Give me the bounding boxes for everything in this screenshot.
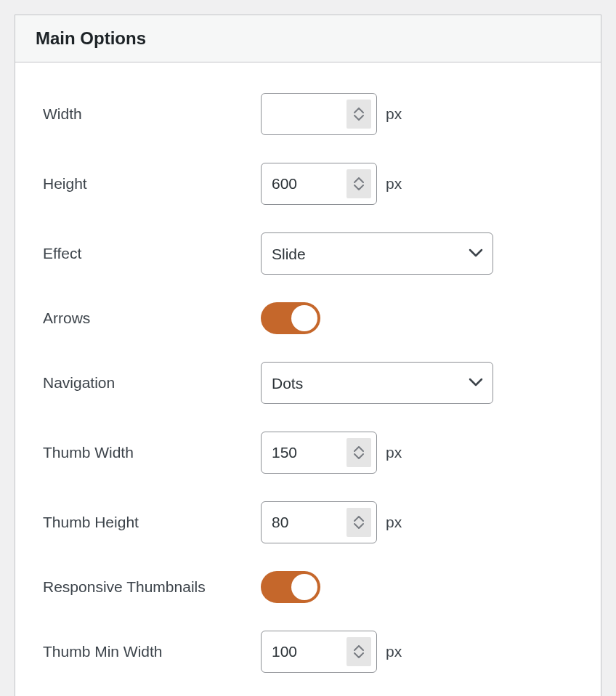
- thumb-min-width-input-wrap: [261, 631, 377, 673]
- field-row-thumb-min-width: Thumb Min Width px: [43, 631, 573, 673]
- effect-control: Slide: [261, 232, 493, 275]
- field-row-thumb-width: Thumb Width px: [43, 432, 573, 474]
- panel-header: Main Options: [15, 15, 601, 62]
- height-input-wrap: [261, 163, 377, 205]
- thumb-min-width-control: px: [261, 631, 402, 673]
- chevron-up-icon: [354, 108, 364, 113]
- width-label: Width: [43, 104, 261, 124]
- effect-select-wrap: Slide: [261, 232, 493, 275]
- arrows-toggle[interactable]: [261, 302, 320, 334]
- toggle-knob: [291, 574, 317, 600]
- field-row-width: Width px: [43, 93, 573, 135]
- navigation-select-wrap: Dots: [261, 362, 493, 404]
- chevron-down-icon: [354, 185, 364, 190]
- chevron-down-icon: [354, 523, 364, 529]
- chevron-down-icon: [354, 652, 364, 658]
- height-control: px: [261, 163, 402, 205]
- responsive-thumbs-toggle[interactable]: [261, 571, 320, 603]
- thumb-height-stepper[interactable]: [346, 508, 371, 537]
- field-row-responsive-thumbs: Responsive Thumbnails: [43, 571, 573, 603]
- chevron-down-icon: [354, 453, 364, 459]
- thumb-width-control: px: [261, 432, 402, 474]
- field-row-height: Height px: [43, 163, 573, 205]
- thumb-width-label: Thumb Width: [43, 442, 261, 463]
- chevron-up-icon: [354, 446, 364, 452]
- thumb-width-stepper[interactable]: [346, 438, 371, 467]
- width-control: px: [261, 93, 402, 135]
- thumb-min-width-stepper[interactable]: [346, 637, 371, 666]
- field-row-effect: Effect Slide: [43, 232, 573, 275]
- height-stepper[interactable]: [346, 169, 371, 198]
- navigation-select[interactable]: Dots: [261, 362, 493, 404]
- chevron-down-icon: [354, 115, 364, 121]
- effect-label: Effect: [43, 243, 261, 264]
- responsive-thumbs-control: [261, 571, 320, 603]
- height-unit: px: [386, 175, 402, 193]
- responsive-thumbs-label: Responsive Thumbnails: [43, 577, 261, 597]
- toggle-knob: [291, 305, 317, 331]
- thumb-height-input-wrap: [261, 501, 377, 543]
- navigation-control: Dots: [261, 362, 493, 404]
- arrows-label: Arrows: [43, 308, 261, 328]
- navigation-label: Navigation: [43, 373, 261, 393]
- thumb-height-control: px: [261, 501, 402, 543]
- thumb-height-unit: px: [386, 514, 402, 531]
- width-input-wrap: [261, 93, 377, 135]
- panel-body: Width px Height: [15, 62, 601, 696]
- height-label: Height: [43, 174, 261, 194]
- chevron-up-icon: [354, 177, 364, 183]
- width-unit: px: [386, 105, 402, 123]
- arrows-control: [261, 302, 320, 334]
- effect-select[interactable]: Slide: [261, 232, 493, 275]
- chevron-up-icon: [354, 645, 364, 651]
- thumb-width-unit: px: [386, 444, 402, 461]
- thumb-height-label: Thumb Height: [43, 512, 261, 533]
- field-row-thumb-height: Thumb Height px: [43, 501, 573, 543]
- field-row-arrows: Arrows: [43, 302, 573, 334]
- thumb-min-width-label: Thumb Min Width: [43, 642, 261, 662]
- width-stepper[interactable]: [346, 100, 371, 129]
- thumb-min-width-unit: px: [386, 643, 402, 660]
- main-options-panel: Main Options Width px Height: [15, 15, 601, 696]
- chevron-up-icon: [354, 516, 364, 522]
- thumb-width-input-wrap: [261, 432, 377, 474]
- field-row-navigation: Navigation Dots: [43, 362, 573, 404]
- panel-title: Main Options: [36, 28, 580, 49]
